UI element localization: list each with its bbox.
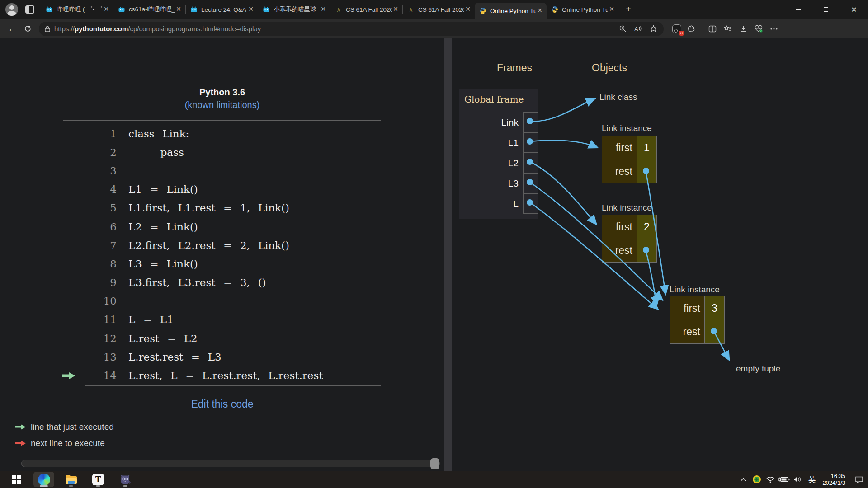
lambda-icon: λ [407,6,415,13]
link-instance-1: first 1 rest [602,136,657,183]
notification-center-icon[interactable] [850,471,868,488]
slider-thumb[interactable] [430,458,439,469]
toolbar-divider [702,24,702,33]
variable-row-L1: L1 [459,132,538,153]
taskbar-edge-button[interactable] [33,472,54,487]
new-tab-button[interactable]: + [622,3,635,16]
url-text[interactable]: https://pythontutor.com/cp/composingprog… [54,25,615,33]
windows-logo-icon [12,475,21,484]
value-rest-pointer [705,320,724,343]
arrow-L1-to-instance1 [530,141,597,147]
execution-slider[interactable] [21,460,440,467]
visualization-panel: Frames Objects Global frame Link L1 L2 L… [454,38,868,471]
cat-app-icon [119,474,131,485]
tab-close-icon[interactable]: ✕ [608,5,616,14]
profile-avatar-icon[interactable] [5,3,18,16]
folder-icon [65,474,77,484]
green-arrow-icon [15,424,26,430]
tab-title: Online Python Tu [490,8,536,14]
favorite-star-icon[interactable] [646,21,661,37]
system-tray: 英 16:35 2024/1/3 [736,471,868,488]
red-arrow-icon [15,440,26,446]
tab-close-icon[interactable]: ✕ [175,5,183,14]
clock[interactable]: 16:35 2024/1/3 [822,473,845,486]
extensions-hub-icon[interactable] [684,21,699,37]
code-line-1: 1class Link: [62,124,424,143]
tab-python-tutor-active[interactable]: Online Python Tu ✕ [475,3,547,19]
address-bar[interactable]: https://pythontutor.com/cp/composingprog… [39,22,664,36]
tray-antivirus-icon[interactable] [750,471,764,488]
variable-row-L: L [459,193,538,214]
close-button[interactable]: ✕ [840,0,868,19]
lambda-icon: λ [335,6,342,13]
extension-badge: 3 [679,31,684,36]
taskbar-cat-app-button[interactable] [115,472,136,487]
taskbar-explorer-button[interactable] [61,472,81,487]
extension-icon[interactable]: 3 [670,22,684,36]
empty-tuple-label: empty tuple [736,364,780,374]
code-line-11: 11L = L1 [62,310,424,329]
tab-bilibili-2[interactable]: cs61a-哔哩哔哩_ ✕ [113,2,185,17]
vertical-tabs-icon[interactable] [25,5,34,14]
legend: line that just executed next line to exe… [15,419,114,451]
code-line-14: 14L.rest, L = L.rest.rest, L.rest.rest [62,366,424,385]
value-rest-pointer [637,160,656,183]
tab-close-icon[interactable]: ✕ [247,5,255,14]
link-instance-2: first 2 rest [602,215,657,263]
tab-bilibili-4[interactable]: 小乖乖的喵星球 ✕ [258,2,330,17]
value-first-1: 1 [637,136,656,160]
date: 2024/1/3 [822,479,845,486]
tab-cs61a-2[interactable]: λ CS 61A Fall 2020 ✕ [403,2,475,17]
battery-charging-icon[interactable] [777,471,791,488]
settings-more-icon[interactable] [766,21,782,37]
tab-close-icon[interactable]: ✕ [392,5,400,14]
tab-bilibili-1[interactable]: 哔哩哔哩 ( ゜- ゜) ✕ [41,2,113,17]
global-frame-label: Global frame [459,89,538,112]
frames-header: Frames [497,62,532,74]
code-line-10: 10 [62,292,424,310]
collections-icon[interactable] [720,21,736,37]
tab-bilibili-3[interactable]: Lecture 24. Q&A ✕ [186,2,258,17]
volume-icon[interactable] [791,471,804,488]
code-line-6: 6L2 = Link() [62,217,424,236]
known-limitations-link[interactable]: (known limitations) [0,100,444,110]
variable-row-Link: Link [459,112,538,132]
panel-divider[interactable] [444,38,452,471]
tab-cs61a-1[interactable]: λ CS 61A Fall 2020 ✕ [330,2,402,17]
variable-row-L3: L3 [459,173,538,193]
browser-essentials-icon[interactable] [751,21,766,37]
legend-next-line: next line to execute [15,435,114,451]
tab-close-icon[interactable]: ✕ [464,5,472,14]
link-instance-3: first 3 rest [670,296,725,344]
edit-code-link[interactable]: Edit this code [0,398,444,410]
bilibili-icon [190,6,198,13]
tab-close-icon[interactable]: ✕ [102,5,110,14]
ime-indicator[interactable]: 英 [804,474,820,485]
zoom-in-icon[interactable] [615,21,630,37]
legend-just-executed: line that just executed [15,419,114,435]
start-button[interactable] [6,472,27,487]
taskbar-typora-button[interactable]: T [88,472,108,487]
tab-python-tutor-2[interactable]: Online Python Tu ✕ [547,2,618,17]
code-line-2: 2 pass [62,143,424,161]
minimize-button[interactable] [784,0,812,19]
tray-chevron-icon[interactable] [736,471,750,488]
lock-icon [44,25,51,33]
downloads-icon[interactable] [736,21,751,37]
variable-row-L2: L2 [459,153,538,173]
tab-close-icon[interactable]: ✕ [536,7,544,15]
read-aloud-icon[interactable]: A [630,21,646,37]
tab-title: CS 61A Fall 2020 [418,6,464,13]
code-listing: 1class Link: 2 pass 3 4L1 = Link() 5L1.f… [62,124,424,385]
code-line-3: 3 [62,161,424,180]
tab-close-icon[interactable]: ✕ [319,5,327,14]
back-icon[interactable]: ← [5,21,20,37]
restore-button[interactable] [812,0,840,19]
wifi-icon[interactable] [764,471,777,488]
split-screen-icon[interactable] [705,21,720,37]
refresh-icon[interactable] [20,21,35,37]
bilibili-icon [263,6,270,13]
global-frame: Global frame Link L1 L2 L3 L [459,89,538,219]
field-rest: rest [602,239,637,262]
code-line-12: 12L.rest = L2 [62,329,424,347]
